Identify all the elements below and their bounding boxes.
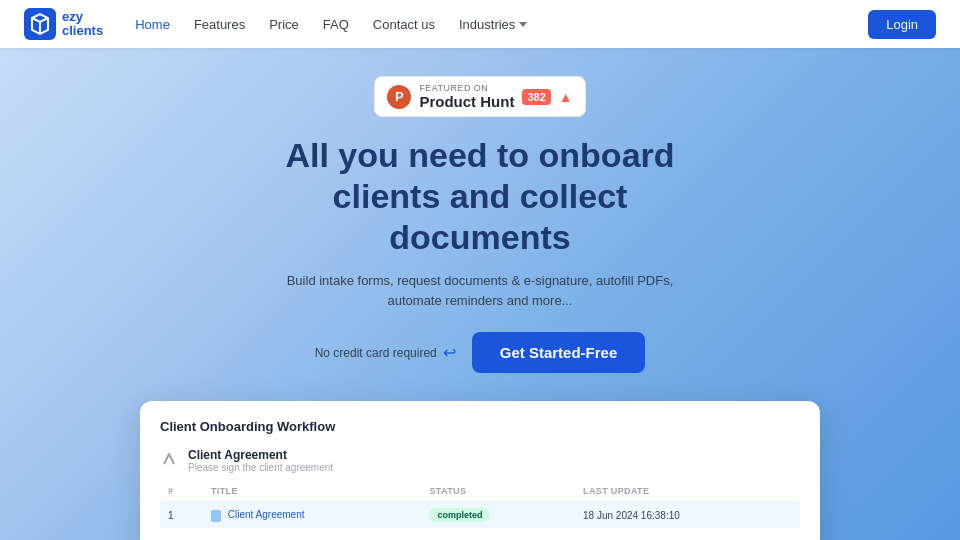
demo-container: Client Onboarding Workflow Client Agreem… — [140, 401, 820, 540]
nav-price[interactable]: Price — [269, 17, 299, 32]
no-cc-text: No credit card required ↩ — [315, 343, 456, 362]
product-hunt-badge[interactable]: P FEATURED ON Product Hunt 382 ▲ — [374, 76, 585, 117]
col-title: TITLE — [203, 481, 421, 502]
cta-area: No credit card required ↩ Get Started-Fr… — [315, 332, 646, 373]
hero-title: All you need to onboard clients and coll… — [285, 135, 674, 257]
col-num: # — [160, 481, 203, 502]
nav-industries[interactable]: Industries — [459, 17, 527, 32]
ph-count-badge: 382 — [522, 89, 550, 105]
nav-features[interactable]: Features — [194, 17, 245, 32]
workflow-section-agreement: Client Agreement Please sign the client … — [160, 448, 800, 528]
nav-home[interactable]: Home — [135, 17, 170, 32]
demo-title: Client Onboarding Workflow — [160, 419, 800, 434]
agreement-link[interactable]: Client Agreement — [228, 509, 305, 520]
hero-section: P FEATURED ON Product Hunt 382 ▲ All you… — [0, 48, 960, 540]
ph-arrow-icon: ▲ — [559, 89, 573, 105]
col-status: STATUS — [421, 481, 575, 502]
nav-contact[interactable]: Contact us — [373, 17, 435, 32]
agreement-table: # TITLE STATUS LAST UPDATE 1 Client Agre… — [160, 481, 800, 528]
demo-card: Client Onboarding Workflow Client Agreem… — [140, 401, 820, 540]
ph-text: FEATURED ON Product Hunt — [419, 83, 514, 110]
table-row: 1 Client Agreement completed 18 Jun 2024… — [160, 502, 800, 529]
section-icon-arrow — [160, 450, 178, 468]
arrow-icon: ↩ — [443, 343, 456, 362]
nav-links: Home Features Price FAQ Contact us Indus… — [135, 17, 868, 32]
logo-icon — [24, 8, 56, 40]
nav-faq[interactable]: FAQ — [323, 17, 349, 32]
section-agreement-name: Client Agreement — [188, 448, 333, 462]
logo[interactable]: ezy clients — [24, 8, 103, 40]
chevron-down-icon — [519, 22, 527, 27]
ph-logo-icon: P — [387, 85, 411, 109]
status-badge: completed — [429, 508, 490, 522]
file-icon — [211, 510, 221, 522]
section-agreement-desc: Please sign the client agreement — [188, 462, 333, 473]
login-button[interactable]: Login — [868, 10, 936, 39]
col-last-update: LAST UPDATE — [575, 481, 800, 502]
get-started-button[interactable]: Get Started-Free — [472, 332, 646, 373]
hero-subtitle: Build intake forms, request documents & … — [270, 271, 690, 310]
navbar: ezy clients Home Features Price FAQ Cont… — [0, 0, 960, 48]
logo-text: ezy clients — [62, 10, 103, 39]
